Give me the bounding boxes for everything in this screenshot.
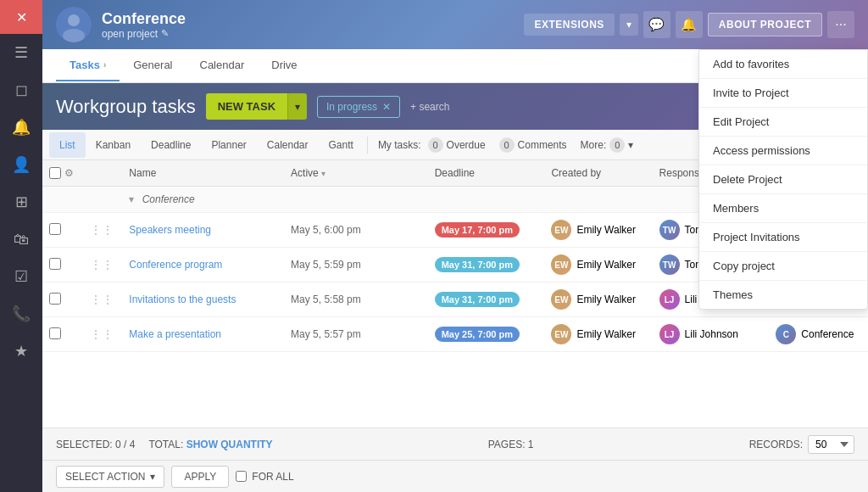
more-button[interactable]: More: 0 ▾ xyxy=(574,134,641,156)
for-all-checkbox[interactable] xyxy=(236,471,247,482)
view-list-button[interactable]: List xyxy=(49,132,86,158)
row-checkbox-3[interactable] xyxy=(49,293,61,305)
tab-calendar[interactable]: Calendar xyxy=(186,50,259,81)
project-header: Conference open project ✎ EXTENSIONS ▾ 💬… xyxy=(42,0,868,49)
tab-tasks[interactable]: Tasks › xyxy=(56,50,120,81)
selected-count: SELECTED: 0 / 4 xyxy=(56,439,135,450)
col-deadline: Deadline xyxy=(428,160,545,187)
overdue-button[interactable]: 0 Overdue xyxy=(428,137,486,153)
tab-drive[interactable]: Drive xyxy=(258,50,310,81)
more-options-button[interactable]: ··· xyxy=(827,11,854,38)
bottom-action-bar: SELECT ACTION ▾ APPLY FOR ALL xyxy=(42,460,868,492)
drag-handle-icon[interactable]: ⋮⋮ xyxy=(90,293,114,306)
tab-general[interactable]: General xyxy=(120,50,186,81)
dropdown-project-invitations[interactable]: Project Invitations xyxy=(699,223,867,252)
row-checkbox-2[interactable] xyxy=(49,258,61,270)
people-icon: 👤 xyxy=(12,155,31,174)
avatar-conf-4: C xyxy=(776,324,796,344)
close-button[interactable]: ✕ xyxy=(0,0,42,34)
group-arrow-icon[interactable]: ▾ xyxy=(129,193,134,205)
dropdown-delete-project[interactable]: Delete Project xyxy=(699,165,867,194)
created-by-1: EW Emily Walker xyxy=(551,220,645,240)
filter-close-icon[interactable]: ✕ xyxy=(382,101,391,113)
sidebar-item-star[interactable]: ★ xyxy=(0,333,42,370)
svg-point-2 xyxy=(63,29,85,42)
drag-handle-icon[interactable]: ⋮⋮ xyxy=(90,258,114,271)
main-content: Conference open project ✎ EXTENSIONS ▾ 💬… xyxy=(42,0,868,492)
col-active[interactable]: Active ▾ xyxy=(284,160,428,187)
row-checkbox-4[interactable] xyxy=(49,327,61,339)
avatar-lili-4: LJ xyxy=(659,324,680,344)
row-checkbox-1[interactable] xyxy=(49,223,61,235)
dropdown-invite-project[interactable]: Invite to Project xyxy=(699,79,867,108)
comments-button[interactable]: 0 Comments xyxy=(492,134,574,156)
sidebar: ✕ ☰ ◻ 🔔 👤 ⊞ 🛍 ☑ 📞 ★ xyxy=(0,0,42,492)
extensions-button[interactable]: EXTENSIONS xyxy=(524,14,614,36)
edit-icon[interactable]: ✎ xyxy=(161,28,169,39)
more-dropdown-icon: ▾ xyxy=(628,139,633,151)
col-created-by: Created by xyxy=(544,160,652,187)
notification-button[interactable]: 🔔 xyxy=(676,11,703,38)
sidebar-item-shop[interactable]: 🛍 xyxy=(0,221,42,258)
view-kanban-button[interactable]: Kanban xyxy=(86,132,141,158)
avatar-lili-3: LJ xyxy=(659,289,680,310)
dropdown-add-favorites[interactable]: Add to favorites xyxy=(699,50,867,79)
deadline-badge-4: May 25, 7:00 pm xyxy=(435,327,520,342)
view-calendar-button[interactable]: Calendar xyxy=(257,132,319,158)
notification-icon: 🔔 xyxy=(681,17,697,32)
for-all-label[interactable]: FOR ALL xyxy=(236,471,293,483)
bell-icon: 🔔 xyxy=(12,118,31,137)
shop-icon: 🛍 xyxy=(14,231,29,249)
select-all-checkbox[interactable] xyxy=(49,167,61,179)
created-by-2: EW Emily Walker xyxy=(551,254,645,275)
message-icon: ◻ xyxy=(15,81,28,99)
created-by-4: EW Emily Walker xyxy=(551,324,645,344)
dropdown-access-permissions[interactable]: Access permissions xyxy=(699,137,867,165)
close-icon: ✕ xyxy=(16,9,27,25)
drag-handle-icon[interactable]: ⋮⋮ xyxy=(90,327,114,341)
in-progress-filter[interactable]: In progress ✕ xyxy=(317,96,400,118)
dropdown-menu: Add to favorites Invite to Project Edit … xyxy=(698,49,868,310)
deadline-badge-3: May 31, 7:00 pm xyxy=(435,292,520,307)
chat-button[interactable]: 💬 xyxy=(643,11,670,38)
avatar-emily-1: EW xyxy=(551,220,571,240)
sidebar-item-people[interactable]: 👤 xyxy=(0,146,42,183)
view-planner-button[interactable]: Planner xyxy=(201,132,256,158)
records-section: RECORDS: 50 25 100 xyxy=(749,435,854,454)
dropdown-copy-project[interactable]: Copy project xyxy=(699,252,867,281)
dropdown-members[interactable]: Members xyxy=(699,194,867,223)
svg-point-1 xyxy=(68,14,80,26)
drag-handle-icon[interactable]: ⋮⋮ xyxy=(90,223,114,237)
pages-info: PAGES: 1 xyxy=(287,439,736,450)
sidebar-item-notifications[interactable]: 🔔 xyxy=(0,109,42,146)
task-name-4[interactable]: Make a presentation xyxy=(129,328,221,340)
sidebar-item-phone[interactable]: 📞 xyxy=(0,295,42,333)
task-name-1[interactable]: Speakers meeting xyxy=(129,224,211,236)
sidebar-item-messages[interactable]: ◻ xyxy=(0,71,42,109)
view-deadline-button[interactable]: Deadline xyxy=(141,132,201,158)
workgroup-title: Workgroup tasks xyxy=(56,96,196,118)
show-quantity-link[interactable]: SHOW QUANTITY xyxy=(186,439,273,450)
dropdown-edit-project[interactable]: Edit Project xyxy=(699,108,867,137)
sidebar-item-feed[interactable]: ☰ xyxy=(0,34,42,71)
new-task-button[interactable]: NEW TASK xyxy=(206,93,287,120)
dropdown-themes[interactable]: Themes xyxy=(699,281,867,309)
sort-arrow-icon: ▾ xyxy=(321,169,326,178)
sidebar-item-tasks[interactable]: ☑ xyxy=(0,258,42,295)
task-name-3[interactable]: Invitations to the guests xyxy=(129,294,236,305)
col-name: Name xyxy=(122,160,284,187)
new-task-dropdown-button[interactable]: ▾ xyxy=(287,93,307,120)
task-name-2[interactable]: Conference program xyxy=(129,259,222,271)
apply-button[interactable]: APPLY xyxy=(171,466,229,488)
extensions-dropdown-button[interactable]: ▾ xyxy=(620,14,638,36)
records-per-page-select[interactable]: 50 25 100 xyxy=(808,435,854,454)
avatar-inner xyxy=(56,7,92,42)
column-settings-icon[interactable]: ⚙ xyxy=(64,167,74,179)
select-action-button[interactable]: SELECT ACTION ▾ xyxy=(56,466,164,488)
about-project-button[interactable]: ABOUT PROJECT xyxy=(708,13,822,36)
sidebar-item-apps[interactable]: ⊞ xyxy=(0,183,42,221)
project-subtitle: open project ✎ xyxy=(102,28,186,40)
total-section: TOTAL: SHOW QUANTITY xyxy=(148,439,272,450)
overdue-badge: 0 xyxy=(428,137,443,153)
view-gantt-button[interactable]: Gantt xyxy=(319,132,364,158)
